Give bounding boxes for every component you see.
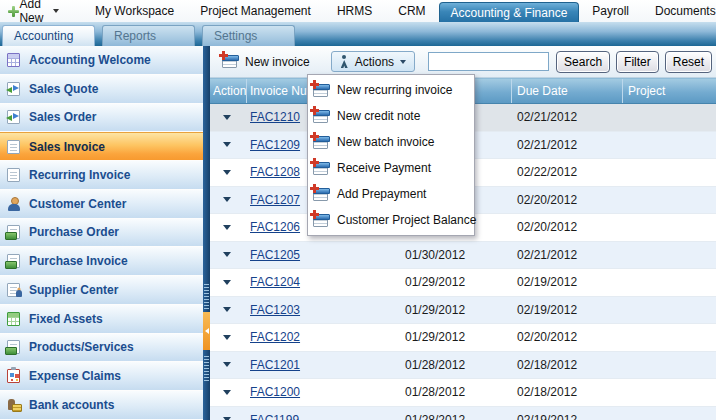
actions-menu-item-new-batch-invoice[interactable]: New batch invoice	[308, 129, 474, 155]
invoice-link[interactable]: FAC1205	[250, 248, 300, 262]
table-row[interactable]: FAC1201 01/28/2012 02/18/2012	[210, 352, 716, 380]
column-header-actions[interactable]: Actions	[210, 79, 247, 103]
top-menu-item-hrms[interactable]: HRMS	[324, 0, 385, 22]
sidebar-item-customer-center[interactable]: Customer Center	[0, 190, 203, 219]
invoice-link[interactable]: FAC1200	[250, 385, 300, 399]
sidebar-item-label: Purchase Invoice	[29, 254, 128, 268]
invoice-link[interactable]: FAC1203	[250, 303, 300, 317]
top-menu-item-my-workspace[interactable]: My Workspace	[82, 0, 187, 22]
due-date-cell: 02/21/2012	[512, 104, 623, 131]
row-actions-caret[interactable]	[223, 252, 231, 257]
top-menu-item-project-management[interactable]: Project Management	[187, 0, 324, 22]
table-row[interactable]: FAC1199 01/28/2012 02/19/2012	[210, 407, 716, 420]
invoice-link[interactable]: FAC1208	[250, 165, 300, 179]
sidebar-item-label: Recurring Invoice	[29, 168, 130, 182]
supplier-icon	[7, 283, 20, 297]
row-actions-caret[interactable]	[223, 170, 231, 175]
invoice-link[interactable]: FAC1204	[250, 275, 300, 289]
table-row[interactable]: FAC1203 01/29/2012 02/19/2012	[210, 297, 716, 325]
due-date-cell: 02/20/2012	[512, 324, 623, 351]
sidebar-collapse-handle[interactable]	[203, 312, 210, 350]
top-menu-item-payroll[interactable]: Payroll	[579, 0, 642, 22]
sidebar-item-purchase-invoice[interactable]: Purchase Invoice	[0, 247, 203, 276]
invoice-link[interactable]: FAC1207	[250, 193, 300, 207]
project-cell	[623, 379, 716, 406]
spreadsheet-icon	[7, 53, 20, 67]
invoice-link[interactable]: FAC1201	[250, 358, 300, 372]
column-header-due-date[interactable]: Due Date	[512, 79, 623, 103]
new-invoice-label: New invoice	[245, 55, 310, 69]
tab-settings[interactable]: Settings	[202, 25, 295, 46]
invoice-link[interactable]: FAC1202	[250, 330, 300, 344]
table-row[interactable]: FAC1202 01/29/2012 02/20/2012	[210, 324, 716, 352]
money-doc-icon	[7, 225, 20, 239]
row-actions-caret[interactable]	[223, 362, 231, 367]
sidebar-item-sales-quote[interactable]: Sales Quote	[0, 75, 203, 104]
row-actions-caret[interactable]	[223, 115, 231, 120]
row-actions-caret[interactable]	[223, 280, 231, 285]
project-cell	[623, 352, 716, 379]
sidebar-item-fixed-assets[interactable]: Fixed Assets	[0, 305, 203, 334]
due-date-cell: 02/20/2012	[512, 187, 623, 214]
add-new-label: Add New	[19, 0, 48, 25]
sidebar-item-label: Fixed Assets	[29, 312, 103, 326]
row-actions-caret[interactable]	[223, 142, 231, 147]
sidebar-item-bank-accounts[interactable]: Bank accounts	[0, 391, 203, 420]
plus-icon	[8, 6, 14, 17]
invoice-date-cell: 01/29/2012	[380, 297, 512, 324]
menu-item-label: New credit note	[337, 109, 420, 123]
sidebar-splitter[interactable]	[203, 46, 210, 420]
due-date-cell: 02/21/2012	[512, 132, 623, 159]
row-actions-caret[interactable]	[223, 335, 231, 340]
actions-dropdown-button[interactable]: Actions	[331, 51, 415, 72]
invoice-link[interactable]: FAC1206	[250, 220, 300, 234]
top-menu-item-accounting-finance[interactable]: Accounting & Finance	[439, 2, 580, 22]
document-icon	[7, 140, 20, 154]
tab-reports[interactable]: Reports	[102, 25, 195, 46]
new-invoice-button[interactable]: New invoice	[218, 53, 314, 71]
chevron-down-icon	[400, 60, 406, 64]
filter-button[interactable]: Filter	[616, 51, 659, 73]
sidebar-item-accounting-welcome[interactable]: Accounting Welcome	[0, 46, 203, 75]
top-menu-item-crm[interactable]: CRM	[385, 0, 438, 22]
sidebar-item-sales-invoice[interactable]: Sales Invoice	[0, 132, 203, 161]
column-header-project[interactable]: Project	[623, 79, 716, 103]
row-actions-caret[interactable]	[223, 390, 231, 395]
search-input[interactable]	[428, 52, 549, 71]
add-new-button[interactable]: Add New	[0, 0, 67, 22]
top-menu-item-documents[interactable]: Documents	[642, 0, 716, 22]
sidebar-item-supplier-center[interactable]: Supplier Center	[0, 276, 203, 305]
table-row[interactable]: FAC1200 01/28/2012 02/18/2012	[210, 379, 716, 407]
application-window: Add New My WorkspaceProject ManagementHR…	[0, 0, 716, 420]
invoice-date-cell: 01/28/2012	[380, 352, 512, 379]
sidebar-item-products-services[interactable]: Products/Services	[0, 334, 203, 363]
invoice-icon	[222, 55, 237, 68]
project-cell	[623, 324, 716, 351]
invoice-date-cell: 01/29/2012	[380, 324, 512, 351]
invoice-link[interactable]: FAC1210	[250, 110, 300, 124]
sidebar-item-purchase-order[interactable]: Purchase Order	[0, 219, 203, 248]
sidebar-item-label: Products/Services	[29, 340, 134, 354]
invoice-link[interactable]: FAC1209	[250, 138, 300, 152]
project-cell	[623, 297, 716, 324]
actions-menu-item-receive-payment[interactable]: Receive Payment	[308, 155, 474, 181]
row-actions-caret[interactable]	[223, 225, 231, 230]
row-actions-caret[interactable]	[223, 307, 231, 312]
sidebar-item-expense-claims[interactable]: Expense Claims	[0, 362, 203, 391]
sidebar-item-label: Sales Quote	[29, 82, 98, 96]
actions-menu-item-customer-project-balance[interactable]: Customer Project Balance	[308, 207, 474, 233]
actions-menu-item-new-credit-note[interactable]: New credit note	[308, 103, 474, 129]
actions-menu-item-add-prepayment[interactable]: Add Prepayment	[308, 181, 474, 207]
row-actions-caret[interactable]	[223, 197, 231, 202]
actions-label: Actions	[355, 55, 394, 69]
sidebar-item-recurring-invoice[interactable]: Recurring Invoice	[0, 161, 203, 190]
sidebar-item-label: Purchase Order	[29, 225, 119, 239]
table-row[interactable]: FAC1204 01/29/2012 02/19/2012	[210, 269, 716, 297]
reset-button[interactable]: Reset	[665, 51, 712, 73]
search-button[interactable]: Search	[556, 51, 610, 73]
table-row[interactable]: FAC1205 01/30/2012 02/21/2012	[210, 242, 716, 270]
actions-menu-item-new-recurring-invoice[interactable]: New recurring invoice	[308, 77, 474, 103]
sidebar-item-sales-order[interactable]: Sales Order	[0, 104, 203, 133]
tab-accounting[interactable]: Accounting	[2, 25, 95, 46]
invoice-link[interactable]: FAC1199	[250, 413, 299, 420]
